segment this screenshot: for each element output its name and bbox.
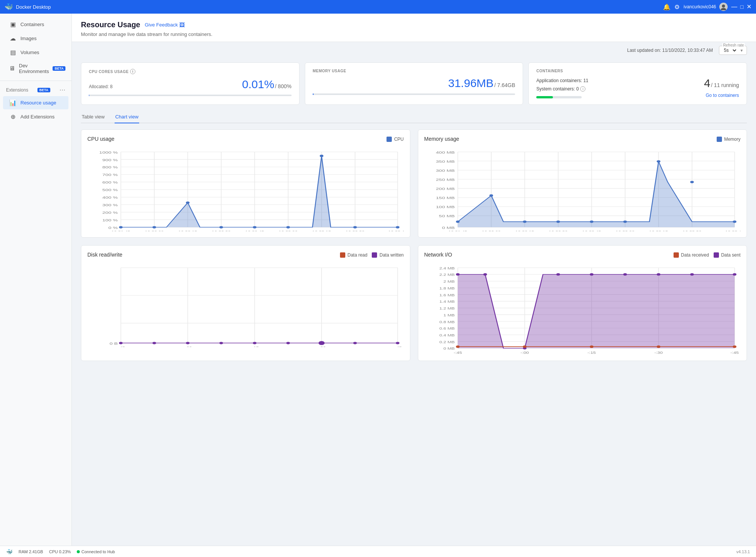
svg-point-96: [690, 181, 694, 183]
svg-text:1.2 MB: 1.2 MB: [439, 307, 455, 310]
window-controls: — □ ✕: [731, 4, 751, 10]
extensions-beta-badge: BETA: [37, 88, 50, 92]
svg-text:150 MB: 150 MB: [436, 196, 455, 200]
titlebar-left: 🐳 Docker Desktop: [5, 3, 51, 11]
svg-text:10:32:45: 10:32:45: [245, 230, 264, 231]
dev-env-beta-badge: BETA: [53, 66, 65, 71]
tabs-row: Table view Chart view: [81, 111, 747, 123]
network-chart-area: 2.4 MB 2.2 MB 2 MB 1.8 MB 1.6 MB 1.4 MB …: [424, 264, 741, 355]
svg-text:-:30: -:30: [654, 351, 663, 354]
svg-point-121: [396, 342, 400, 344]
svg-point-159: [456, 273, 459, 275]
svg-point-160: [483, 273, 487, 275]
status-whale-icon: 🐳: [6, 549, 12, 555]
containers-right: 4 / 11 running Go to containers: [704, 77, 739, 98]
svg-text:1.6 MB: 1.6 MB: [439, 293, 455, 297]
network-sent-legend-box: [714, 252, 719, 258]
disk-chart-svg: 0 B -:45 -:00 -:15 -:30 -:45: [87, 264, 404, 347]
memory-card-title: MEMORY USAGE: [313, 69, 515, 73]
refresh-rate-select[interactable]: 5s 10s 30s: [722, 47, 737, 53]
svg-text:10:32:00: 10:32:00: [481, 230, 500, 231]
svg-text:0.6 MB: 0.6 MB: [439, 327, 455, 330]
add-extensions-icon: ⊕: [9, 113, 17, 120]
give-feedback-link[interactable]: Give Feedback 🖼: [145, 22, 185, 28]
svg-text:-:30: -:30: [317, 346, 326, 347]
svg-text:1 MB: 1 MB: [443, 313, 455, 317]
sidebar-item-images[interactable]: ☁ Images: [3, 32, 68, 45]
svg-point-163: [590, 273, 593, 275]
svg-text:1.4 MB: 1.4 MB: [439, 300, 455, 303]
svg-point-50: [353, 226, 357, 229]
svg-point-113: [119, 342, 123, 344]
svg-text:10:33:00: 10:33:00: [279, 230, 298, 231]
memory-card: MEMORY USAGE 31.96MB / 7.64GB: [305, 62, 523, 105]
svg-text:10:33:30: 10:33:30: [346, 230, 365, 231]
gear-icon[interactable]: ⚙: [674, 3, 680, 11]
volumes-icon: ▤: [9, 49, 17, 56]
svg-text:-:45: -:45: [116, 346, 125, 347]
disk-chart-area: 0 B -:45 -:00 -:15 -:30 -:45: [87, 264, 404, 347]
containers-running-label: / 11 running: [711, 82, 739, 88]
svg-point-97: [733, 221, 736, 223]
dev-env-icon: 🖥: [9, 65, 15, 72]
network-received-legend-label: Data received: [681, 252, 709, 258]
svg-point-90: [489, 194, 493, 197]
svg-point-0: [722, 5, 725, 8]
svg-text:200 %: 200 %: [102, 211, 118, 215]
svg-text:200 MB: 200 MB: [436, 187, 455, 191]
svg-text:0 B: 0 B: [110, 341, 118, 345]
containers-bar: [536, 96, 582, 98]
go-to-containers-link[interactable]: Go to containers: [706, 93, 739, 98]
memory-legend-label: Memory: [724, 137, 740, 142]
sidebar-item-dev-environments[interactable]: 🖥 Dev Environments BETA: [3, 60, 68, 77]
status-ram: RAM 2.41GB: [19, 549, 43, 554]
cpu-chart-container: CPU usage CPU: [81, 129, 410, 238]
user-avatar[interactable]: [719, 3, 728, 11]
user-section: ivancurkovic046: [683, 3, 727, 11]
cpu-allocated: Allocated: 8: [89, 84, 113, 89]
sidebar-item-resource-usage[interactable]: 📊 Resource usage: [3, 96, 68, 109]
network-legend: Data received Data sent: [674, 252, 740, 261]
cpu-info-icon[interactable]: i: [130, 69, 135, 74]
charts-row-1: CPU usage CPU: [81, 129, 747, 238]
svg-text:-:00: -:00: [183, 346, 192, 347]
tab-chart-view[interactable]: Chart view: [115, 111, 139, 123]
containers-app: Application containers: 11: [536, 77, 588, 85]
minimize-button[interactable]: —: [731, 4, 737, 10]
refresh-rate-container: Refresh rate 5s 10s 30s ▼: [719, 46, 747, 55]
sidebar-item-containers[interactable]: ▣ Containers: [3, 18, 68, 31]
svg-text:10:33:15: 10:33:15: [312, 230, 331, 231]
extensions-more-button[interactable]: ⋯: [59, 86, 65, 93]
disk-read-legend: Data read: [340, 252, 368, 258]
svg-text:1.8 MB: 1.8 MB: [439, 286, 455, 290]
svg-point-92: [556, 221, 560, 223]
app-container: ▣ Containers ☁ Images ▤ Volumes 🖥 Dev En…: [0, 14, 756, 557]
svg-point-94: [623, 221, 627, 223]
titlebar: 🐳 Docker Desktop 🔔 ⚙ ivancurkovic046 — □…: [0, 0, 756, 14]
svg-point-169: [523, 345, 526, 348]
svg-text:400 MB: 400 MB: [436, 150, 455, 154]
disk-read-legend-box: [340, 252, 345, 258]
cpu-legend-box: [387, 137, 392, 142]
close-button[interactable]: ✕: [747, 4, 751, 10]
status-connected-dot: [77, 550, 80, 553]
network-sent-legend-label: Data sent: [721, 252, 740, 258]
bell-icon[interactable]: 🔔: [663, 3, 671, 11]
status-connected: Connected to Hub: [77, 549, 115, 554]
svg-text:0 MB: 0 MB: [442, 226, 455, 230]
chevron-down-icon: ▼: [740, 48, 744, 53]
svg-point-118: [286, 342, 290, 344]
tabs-section: Table view Chart view: [72, 111, 756, 123]
memory-legend-box: [717, 137, 722, 142]
svg-point-47: [253, 226, 257, 229]
svg-text:0 MB: 0 MB: [443, 347, 455, 350]
svg-point-167: [733, 273, 736, 275]
page-title: Resource Usage: [81, 20, 140, 29]
sidebar-item-add-extensions[interactable]: ⊕ Add Extensions: [3, 110, 68, 123]
tab-table-view[interactable]: Table view: [81, 111, 106, 123]
resource-usage-icon: 📊: [9, 99, 17, 106]
sidebar-item-volumes[interactable]: ▤ Volumes: [3, 46, 68, 59]
maximize-button[interactable]: □: [740, 4, 744, 9]
svg-text:500 %: 500 %: [102, 188, 118, 192]
sys-containers-info-icon[interactable]: i: [580, 86, 585, 92]
